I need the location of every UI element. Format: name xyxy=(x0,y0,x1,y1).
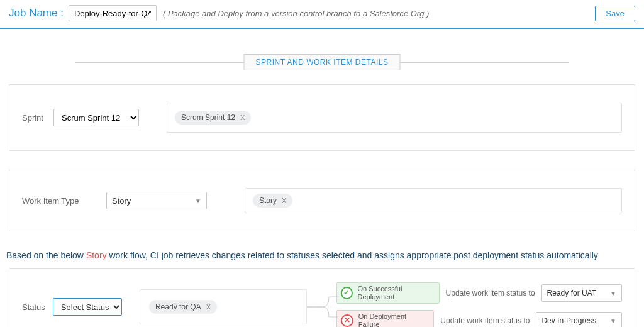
story-note-prefix: Based on the below xyxy=(6,250,86,260)
section-title: SPRINT AND WORK ITEM DETAILS xyxy=(244,54,401,70)
outcome-failure-row: ✕ On Deployment Failure Update work item… xyxy=(336,310,622,327)
on-success-box: ✓ On Successful Deployment xyxy=(336,282,439,304)
success-status-select[interactable]: Ready for UAT ▼ xyxy=(541,284,622,302)
job-name-label: Job Name : xyxy=(9,7,64,19)
sprint-panel: Sprint Scrum Sprint 12 Scrum Sprint 12 X xyxy=(9,84,635,151)
story-note-highlight: Story xyxy=(86,250,107,260)
outcome-column: ✓ On Successful Deployment Update work i… xyxy=(336,282,622,327)
on-failure-box: ✕ On Deployment Failure xyxy=(336,310,434,327)
failure-update-label: Update work item status to xyxy=(440,316,530,325)
status-chip-container[interactable]: Ready for QA X xyxy=(140,289,307,324)
story-note-suffix: work flow, CI job retrieves changes rela… xyxy=(107,250,598,260)
sprint-chip-container[interactable]: Scrum Sprint 12 X xyxy=(167,103,622,133)
chevron-down-icon: ▼ xyxy=(195,197,201,204)
failure-status-select[interactable]: Dev In-Progress ▼ xyxy=(536,312,622,327)
success-update-label: Update work item status to xyxy=(446,289,535,297)
job-name-input[interactable] xyxy=(69,5,157,21)
save-button[interactable]: Save xyxy=(595,6,635,21)
success-status-value: Ready for UAT xyxy=(547,289,596,297)
x-circle-icon: ✕ xyxy=(341,314,353,327)
close-icon[interactable]: X xyxy=(240,114,245,121)
work-item-type-label: Work Item Type xyxy=(22,196,92,206)
status-select[interactable]: Select Status xyxy=(53,298,122,316)
work-item-type-panel: Work Item Type Story ▼ Story X xyxy=(9,170,635,231)
sprint-chip: Scrum Sprint 12 X xyxy=(175,111,251,125)
work-item-type-chip: Story X xyxy=(253,194,292,208)
sprint-label: Sprint xyxy=(22,113,53,123)
work-item-type-chip-label: Story xyxy=(259,196,277,205)
close-icon[interactable]: X xyxy=(282,197,286,204)
work-item-type-selected: Story xyxy=(112,196,131,206)
header-row: Job Name : ( Package and Deploy from a v… xyxy=(0,0,644,29)
job-description: ( Package and Deploy from a version cont… xyxy=(163,9,429,18)
flow-connector xyxy=(307,289,336,324)
status-panel: Status Select Status Ready for QA X ✓ On… xyxy=(9,268,635,327)
work-item-type-chip-container[interactable]: Story X xyxy=(245,188,622,213)
failure-status-value: Dev In-Progress xyxy=(541,316,596,325)
chevron-down-icon: ▼ xyxy=(610,290,616,297)
outcome-success-row: ✓ On Successful Deployment Update work i… xyxy=(336,282,622,304)
work-item-type-select[interactable]: Story ▼ xyxy=(106,192,207,209)
status-chip: Ready for QA X xyxy=(149,300,217,314)
chevron-down-icon: ▼ xyxy=(610,318,616,324)
story-flow-note: Based on the below Story work flow, CI j… xyxy=(6,250,638,260)
sprint-select[interactable]: Scrum Sprint 12 xyxy=(53,109,139,126)
status-label: Status xyxy=(22,302,45,312)
on-success-label: On Successful Deployment xyxy=(358,285,433,301)
status-chip-label: Ready for QA xyxy=(155,302,201,311)
on-failure-label: On Deployment Failure xyxy=(358,313,428,327)
check-circle-icon: ✓ xyxy=(341,287,352,299)
sprint-chip-label: Scrum Sprint 12 xyxy=(181,113,235,122)
section-divider: SPRINT AND WORK ITEM DETAILS xyxy=(75,54,569,70)
close-icon[interactable]: X xyxy=(206,303,211,311)
